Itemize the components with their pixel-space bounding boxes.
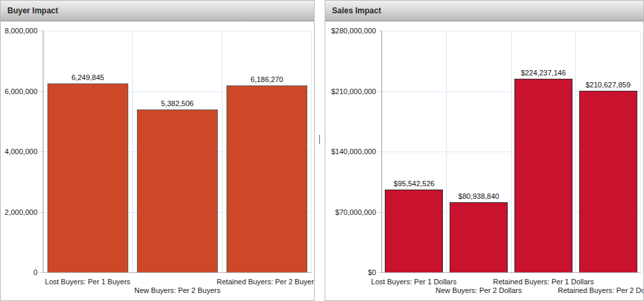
- bar[interactable]: [137, 109, 218, 272]
- bar-value-label: $80,938,840: [440, 192, 517, 200]
- sales-impact-chart: $0$70,000,000$140,000,000$210,000,000$28…: [325, 21, 643, 300]
- x-axis-category-label: New Buyers: Per 2 Dollars: [436, 286, 522, 294]
- bar[interactable]: [385, 190, 443, 272]
- y-axis-tick-label: $140,000,000: [331, 147, 376, 156]
- y-axis-tick: [39, 91, 43, 92]
- bar-value-label: $210,627,859: [570, 81, 644, 89]
- y-axis-tick: [39, 212, 43, 213]
- bar-value-label: 5,382,506: [124, 99, 231, 107]
- bar-column: 5,382,506: [133, 31, 222, 272]
- bar[interactable]: [226, 85, 307, 272]
- y-axis-tick-label: $0: [368, 268, 376, 276]
- panel-title: Sales Impact: [332, 6, 381, 15]
- bar-value-label: $224,237,146: [505, 69, 582, 77]
- y-axis-tick-label: $280,000,000: [331, 27, 376, 35]
- y-axis-tick: [378, 31, 381, 31]
- bar[interactable]: [47, 83, 128, 272]
- bar-column: $210,627,859: [576, 31, 641, 272]
- y-axis-tick: [39, 152, 43, 152]
- y-axis-tick-label: 0: [33, 268, 37, 276]
- x-axis-category-label: Retained Buyers: Per 2 Buyers: [216, 278, 315, 286]
- y-axis-tick-label: 2,000,000: [5, 208, 37, 216]
- x-axis-category-label: Retained Buyers: Per 2 Dollars: [558, 286, 644, 294]
- x-axis: Lost Buyers: Per 1 DollarsNew Buyers: Pe…: [381, 277, 641, 297]
- bar-column: $95,542,526: [382, 31, 447, 272]
- bar-column: 6,186,270: [222, 31, 312, 272]
- bar-value-label: 6,249,845: [35, 73, 142, 81]
- bar-value-label: 6,186,270: [214, 75, 315, 83]
- panel-splitter[interactable]: [315, 0, 325, 301]
- bar[interactable]: [514, 79, 573, 272]
- y-axis-tick-label: 8,000,000: [5, 27, 37, 35]
- bar-value-label: $95,542,526: [375, 180, 452, 188]
- y-axis-tick: [378, 91, 381, 92]
- x-axis-category-label: Lost Buyers: Per 1 Dollars: [371, 278, 457, 286]
- plot-area: $0$70,000,000$140,000,000$210,000,000$28…: [381, 31, 641, 273]
- buyer-impact-panel: Buyer Impact 02,000,0004,000,0006,000,00…: [0, 0, 315, 301]
- x-axis-category-label: New Buyers: Per 2 Buyers: [134, 286, 220, 294]
- splitter-handle-icon: [319, 135, 320, 144]
- dashboard: Buyer Impact 02,000,0004,000,0006,000,00…: [0, 0, 644, 301]
- bar-column: $224,237,146: [512, 31, 577, 272]
- plot-area: 02,000,0004,000,0006,000,0008,000,0006,2…: [43, 31, 312, 273]
- y-axis-tick: [39, 31, 43, 31]
- buyer-impact-chart: 02,000,0004,000,0006,000,0008,000,0006,2…: [1, 21, 314, 300]
- y-axis-tick-label: 6,000,000: [5, 87, 37, 95]
- buyer-impact-panel-header: Buyer Impact: [1, 1, 314, 21]
- x-axis-category-label: Retained Buyers: Per 1 Dollars: [493, 278, 594, 286]
- y-axis-tick: [378, 152, 381, 152]
- y-axis-tick: [39, 272, 43, 273]
- bar[interactable]: [579, 91, 637, 272]
- bar[interactable]: [450, 202, 508, 272]
- sales-impact-panel-header: Sales Impact: [325, 1, 643, 21]
- panel-title: Buyer Impact: [7, 6, 58, 15]
- y-axis-tick: [378, 212, 381, 213]
- y-axis-tick: [378, 272, 381, 273]
- bar-columns: $95,542,526$80,938,840$224,237,146$210,6…: [382, 31, 641, 272]
- bar-column: 6,249,845: [43, 31, 133, 272]
- y-axis-tick-label: $210,000,000: [331, 87, 376, 95]
- y-axis-tick-label: 4,000,000: [5, 147, 37, 156]
- bar-columns: 6,249,8455,382,5066,186,270: [43, 31, 312, 272]
- x-axis-category-label: Lost Buyers: Per 1 Buyers: [45, 278, 130, 286]
- bar-column: $80,938,840: [447, 31, 512, 272]
- y-axis-tick-label: $70,000,000: [335, 208, 376, 216]
- sales-impact-panel: Sales Impact $0$70,000,000$140,000,000$2…: [325, 0, 644, 301]
- x-axis: Lost Buyers: Per 1 BuyersNew Buyers: Per…: [43, 277, 312, 297]
